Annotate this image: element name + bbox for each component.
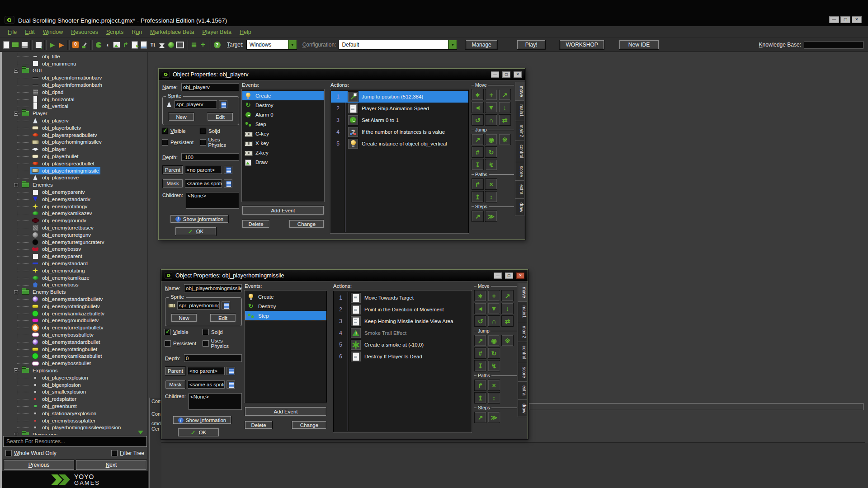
new-project-icon[interactable] <box>2 40 10 50</box>
name-input[interactable]: obj_playerv <box>181 83 239 91</box>
tree-item[interactable]: obj_enemystandardbulletv <box>2 296 146 303</box>
configuration-dropdown[interactable]: Default ▼ <box>339 40 457 50</box>
dialog-minimize-button[interactable]: — <box>491 71 499 78</box>
tree-item[interactable]: obj_playerinformationbarv <box>2 74 146 81</box>
tree-item[interactable]: obj_playerbulletv <box>2 124 146 131</box>
tree-item[interactable]: obj_enemystandardbullet <box>2 338 146 346</box>
parent-menu-button[interactable] <box>226 367 235 375</box>
delete-event-button[interactable]: Delete <box>242 220 270 228</box>
bounce-button[interactable]: ↯ <box>488 360 500 371</box>
speed-vertical-button[interactable]: ▼ <box>485 102 497 113</box>
tab-control[interactable]: control <box>515 141 524 162</box>
event-item[interactable]: X-key <box>242 138 324 148</box>
jump-position-button[interactable]: ↗ <box>472 134 484 145</box>
create-shader-icon[interactable] <box>140 40 148 50</box>
add-event-button[interactable]: Add Event <box>245 407 327 416</box>
knowledge-base-input[interactable] <box>804 41 863 49</box>
persistent-checkbox[interactable]: Persistent <box>162 137 200 148</box>
tree-item[interactable]: obj_title <box>2 53 146 60</box>
tree-expander-icon[interactable] <box>14 290 18 294</box>
new-sprite-button[interactable]: New <box>168 113 194 121</box>
reverse-horizontal-button[interactable]: ↺ <box>472 114 484 126</box>
visible-checkbox[interactable]: Visible <box>162 128 200 134</box>
menu-item[interactable]: Edit <box>21 28 39 36</box>
jump-start-button[interactable]: ◉ <box>485 134 497 145</box>
tree-item[interactable]: obj_playerbullet <box>2 153 146 160</box>
event-item[interactable]: Step <box>245 311 326 320</box>
tab-main1[interactable]: main1 <box>518 302 527 322</box>
parent-menu-button[interactable] <box>224 166 232 174</box>
wrap-screen-button[interactable]: ↻ <box>488 347 500 359</box>
tree-item[interactable]: obj_enemyturretgunv <box>2 231 146 239</box>
tree-item[interactable]: obj_enemybossbullet <box>2 360 146 367</box>
separator[interactable] <box>30 40 33 50</box>
edit-sprite-button[interactable]: Edit <box>207 113 233 121</box>
children-box[interactable]: <None> <box>186 192 239 209</box>
tree-item[interactable]: obj_playerhomingmissileexplosion <box>2 424 146 431</box>
create-script-icon[interactable] <box>131 40 139 50</box>
bounce-button[interactable]: ↯ <box>485 159 497 170</box>
whole-word-checkbox[interactable]: Whole Word Only <box>6 450 57 456</box>
separator[interactable] <box>90 40 93 50</box>
align-grid-button[interactable]: # <box>474 347 486 359</box>
show-information-button[interactable]: i Show Information <box>173 416 231 424</box>
save-project-icon[interactable] <box>20 40 28 50</box>
tree-item[interactable]: obj_vertical <box>2 103 146 110</box>
tree-expander-icon[interactable] <box>14 368 18 372</box>
previous-button[interactable]: Previous <box>3 460 75 470</box>
move-contact-button[interactable]: ↧ <box>472 159 484 170</box>
delete-event-button[interactable]: Delete <box>245 421 273 429</box>
reverse-horizontal-button[interactable]: ↺ <box>474 315 486 327</box>
change-event-button[interactable]: Change <box>292 421 327 429</box>
action-item[interactable]: 3 Keep Homing Missile Inside View Area <box>334 315 471 327</box>
dialog-titlebar[interactable]: Object Properties: obj_playerhomingmissi… <box>161 270 528 282</box>
tree-expander-icon[interactable] <box>14 433 18 435</box>
reverse-vertical-button[interactable]: ∩ <box>485 114 497 126</box>
dialog-close-button[interactable]: ✕ <box>516 272 524 279</box>
tree-item[interactable]: obj_playerspreadbullet <box>2 160 146 167</box>
separator[interactable] <box>186 40 188 50</box>
action-item[interactable]: 1 Move Towards Target <box>334 292 471 304</box>
target-dropdown[interactable]: Windows ▼ <box>246 40 297 50</box>
tree-item[interactable]: obj_enemykamikazebullet <box>2 352 146 360</box>
sprite-menu-button[interactable] <box>222 301 230 310</box>
parent-input[interactable]: <no parent> <box>188 367 225 375</box>
sprite-menu-button[interactable] <box>219 100 227 108</box>
mask-button[interactable]: Mask <box>162 179 183 188</box>
game-information-icon[interactable] <box>190 40 198 50</box>
path-speed-button[interactable]: ↕ <box>485 191 497 202</box>
ok-button[interactable]: ✓ OK <box>178 428 219 437</box>
tree-item[interactable]: obj_enemyrotatingbulletv <box>2 303 146 310</box>
set-friction-button[interactable]: ⇄ <box>499 114 511 126</box>
tab-extra[interactable]: extra <box>515 181 524 198</box>
tree-item[interactable]: obj_playerinformationbarh <box>2 81 146 89</box>
uses-physics-checkbox[interactable]: Uses Physics <box>200 137 240 148</box>
end-path-button[interactable]: × <box>488 380 500 391</box>
tree-item[interactable]: obj_enemybosssplatter <box>2 417 146 424</box>
create-sprite-icon[interactable] <box>94 40 103 50</box>
separator[interactable] <box>44 40 47 50</box>
speed-horizontal-button[interactable]: ◄ <box>474 303 486 314</box>
mask-button[interactable]: Mask <box>165 380 186 389</box>
next-button[interactable]: Next <box>75 460 147 470</box>
tree-item[interactable]: obj_playerhomingmissile <box>2 167 146 174</box>
action-item[interactable]: 2 Player Ship Animation Speed <box>331 103 468 114</box>
jump-position-button[interactable]: ↗ <box>474 335 486 346</box>
action-item[interactable]: 3 Set Alarm 0 to 1 <box>331 114 468 126</box>
add-event-button[interactable]: Add Event <box>242 206 324 215</box>
tab-score[interactable]: score <box>518 363 527 382</box>
tree-item[interactable]: obj_enemystandard <box>2 260 146 267</box>
workshop-button[interactable]: WORKSHOP <box>559 40 604 50</box>
menu-item[interactable]: Marketplace Beta <box>146 28 198 36</box>
dialog-titlebar[interactable]: Object Properties: obj_playerv — ▢ ✕ <box>159 69 525 80</box>
tree-item[interactable]: obj_enemykamikazebulletv <box>2 310 146 317</box>
tab-extra[interactable]: extra <box>518 382 527 399</box>
tree-item[interactable]: obj_bigexplosion <box>2 381 146 389</box>
filter-tree-checkbox[interactable]: Filter Tree <box>112 450 144 456</box>
depth-input[interactable]: 0 <box>184 354 242 362</box>
search-input[interactable]: Search For Resources... <box>3 436 147 447</box>
global-settings-icon[interactable] <box>199 40 207 50</box>
tree-item[interactable]: obj_enemygroundv <box>2 217 146 224</box>
tree-item[interactable]: obj_enemyrotatingv <box>2 203 146 210</box>
end-path-button[interactable]: × <box>485 178 497 190</box>
